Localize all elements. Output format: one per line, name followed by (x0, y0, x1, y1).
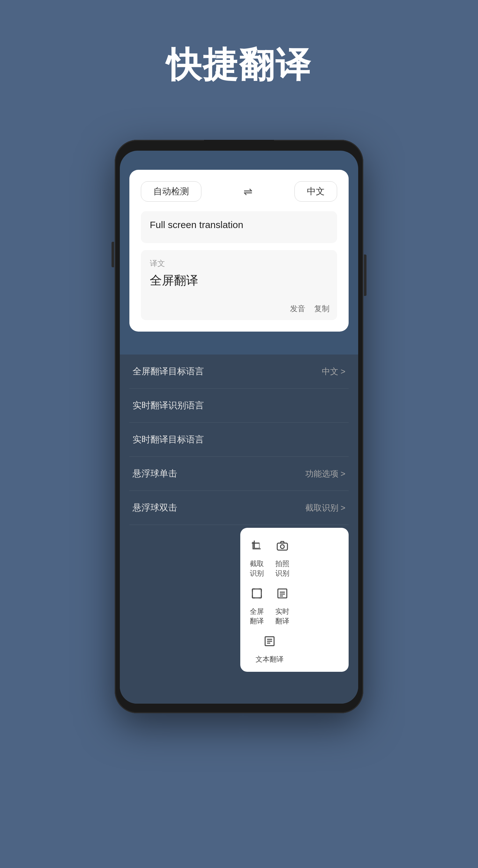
svg-point-2 (280, 545, 284, 549)
floating-menu-item-fullscreen[interactable]: 全屏翻译 (247, 583, 267, 626)
phone-side-button-left (112, 242, 114, 267)
settings-item-label: 悬浮球单击 (132, 468, 177, 480)
translated-text: 全屏翻译 (150, 272, 328, 288)
settings-item[interactable]: 悬浮球双击截取识别 > (129, 491, 349, 525)
source-text-input[interactable]: Full screen translation (141, 211, 337, 243)
floating-menu-item-realtime[interactable]: 实时翻译 (272, 583, 293, 626)
settings-item-value: 截取识别 > (305, 502, 346, 514)
phone-mockup: 自动检测 ⇌ 中文 Full screen translation 译文 全屏翻… (115, 140, 363, 713)
target-language-button[interactable]: 中文 (294, 181, 337, 202)
floating-menu-item-camera[interactable]: 拍照识别 (272, 535, 293, 578)
floating-action-menu: 截取识别 拍照识别 全屏翻译 实时翻译 文本翻译 (240, 528, 349, 672)
floating-menu-item-crop[interactable]: 截取识别 (247, 535, 267, 578)
language-selector-row: 自动检测 ⇌ 中文 (141, 181, 337, 202)
phone-frame: 自动检测 ⇌ 中文 Full screen translation 译文 全屏翻… (115, 140, 363, 713)
translation-card: 自动检测 ⇌ 中文 Full screen translation 译文 全屏翻… (129, 170, 349, 332)
settings-overlay: 全屏翻译目标语言中文 >实时翻译识别语言实时翻译目标语言悬浮球单击功能选项 >悬… (120, 354, 358, 704)
output-label: 译文 (150, 258, 328, 269)
page-title: 快捷翻译 (166, 41, 312, 89)
swap-languages-icon[interactable]: ⇌ (243, 185, 252, 198)
text-icon (260, 631, 280, 651)
source-language-button[interactable]: 自动检测 (141, 181, 201, 202)
translation-output-box: 译文 全屏翻译 发音 复制 (141, 250, 337, 320)
output-actions: 发音 复制 (290, 304, 329, 314)
settings-item[interactable]: 实时翻译目标语言 (129, 423, 349, 457)
settings-item[interactable]: 全屏翻译目标语言中文 > (129, 354, 349, 389)
fullscreen-label: 全屏翻译 (247, 607, 267, 626)
svg-rect-0 (254, 543, 260, 548)
crop-label: 截取识别 (247, 559, 267, 578)
phone-screen: 自动检测 ⇌ 中文 Full screen translation 译文 全屏翻… (120, 151, 358, 704)
phone-side-button-right (364, 254, 366, 296)
settings-item-label: 全屏翻译目标语言 (132, 365, 204, 377)
camera-label: 拍照识别 (272, 559, 293, 578)
realtime-icon (272, 583, 293, 603)
text-label: 文本翻译 (256, 655, 283, 664)
settings-item-value: 功能选项 > (305, 468, 346, 479)
settings-item-label: 实时翻译识别语言 (132, 399, 204, 411)
phone-notch (204, 140, 274, 151)
svg-rect-4 (278, 589, 287, 598)
settings-item[interactable]: 悬浮球单击功能选项 > (129, 457, 349, 491)
settings-item-label: 悬浮球双击 (132, 502, 177, 514)
settings-list: 全屏翻译目标语言中文 >实时翻译识别语言实时翻译目标语言悬浮球单击功能选项 >悬… (129, 354, 349, 525)
crop-icon (247, 535, 267, 556)
svg-rect-3 (252, 589, 261, 598)
pronounce-button[interactable]: 发音 (290, 304, 305, 314)
floating-menu-item-text[interactable]: 文本翻译 (247, 631, 293, 664)
realtime-label: 实时翻译 (272, 607, 293, 626)
settings-item[interactable]: 实时翻译识别语言 (129, 389, 349, 423)
copy-button[interactable]: 复制 (314, 304, 329, 314)
floating-items-container: 截取识别 拍照识别 全屏翻译 实时翻译 文本翻译 (247, 535, 293, 664)
svg-rect-1 (277, 543, 288, 550)
camera-icon (272, 535, 293, 556)
settings-item-label: 实时翻译目标语言 (132, 434, 204, 446)
fullscreen-icon (247, 583, 267, 603)
settings-item-value: 中文 > (322, 366, 346, 377)
